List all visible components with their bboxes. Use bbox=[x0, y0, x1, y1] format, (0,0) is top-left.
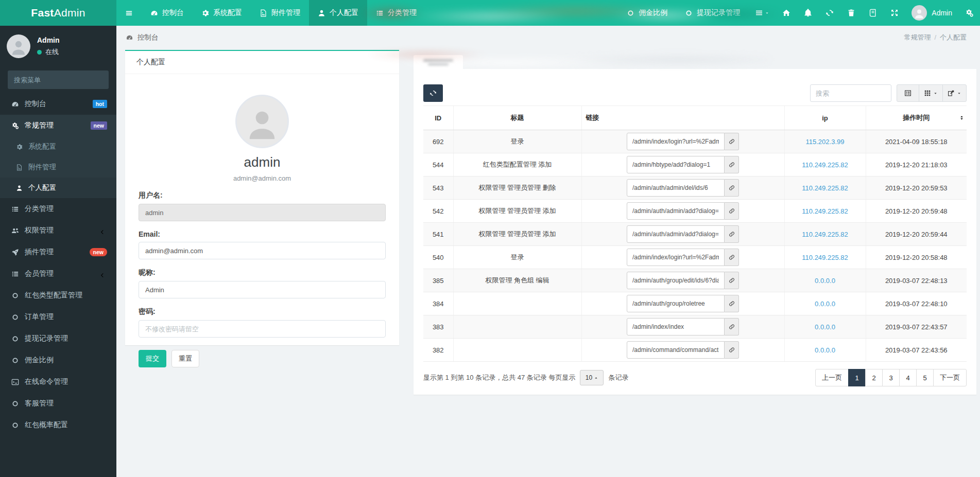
ip-link[interactable]: 110.249.225.82 bbox=[802, 184, 848, 192]
sidebar-item-会员管理[interactable]: 会员管理 bbox=[0, 263, 116, 285]
next-page-button[interactable]: 下一页 bbox=[933, 369, 967, 386]
open-link-button[interactable] bbox=[725, 272, 739, 289]
link-url-input[interactable] bbox=[627, 249, 725, 266]
sort-icon[interactable] bbox=[959, 115, 965, 121]
columns-button[interactable] bbox=[919, 84, 943, 102]
ip-link[interactable]: 115.202.3.99 bbox=[806, 138, 845, 146]
ip-link[interactable]: 0.0.0.0 bbox=[815, 277, 835, 285]
nav-category[interactable]: 分类管理 bbox=[367, 0, 425, 26]
ip-link[interactable]: 110.249.225.82 bbox=[802, 254, 848, 261]
user-icon bbox=[318, 9, 325, 17]
open-link-button[interactable] bbox=[725, 202, 739, 220]
export-button[interactable] bbox=[942, 84, 967, 102]
sidebar-item-红包类型配置管理[interactable]: 红包类型配置管理 bbox=[0, 285, 116, 306]
page-button-4[interactable]: 4 bbox=[899, 369, 917, 386]
page-button-1[interactable]: 1 bbox=[848, 369, 866, 386]
circle-icon bbox=[11, 335, 20, 343]
link-url-input[interactable] bbox=[627, 133, 725, 150]
link-url-input[interactable] bbox=[627, 202, 725, 220]
prev-page-button[interactable]: 上一页 bbox=[815, 369, 849, 386]
reset-button[interactable]: 重置 bbox=[171, 350, 199, 367]
profile-card-title: 个人配置 bbox=[125, 51, 399, 74]
log-button[interactable] bbox=[862, 0, 884, 26]
ip-link[interactable]: 0.0.0.0 bbox=[815, 346, 835, 354]
nav-withdraw-log[interactable]: 提现记录管理 bbox=[676, 0, 749, 26]
settings-button[interactable] bbox=[958, 0, 980, 26]
terminal-icon bbox=[11, 378, 20, 386]
ip-link[interactable]: 110.249.225.82 bbox=[802, 231, 848, 238]
ip-link[interactable]: 110.249.225.82 bbox=[802, 161, 848, 169]
panel-tab[interactable] bbox=[414, 55, 463, 69]
fullscreen-button[interactable] bbox=[884, 0, 905, 26]
link-url-input[interactable] bbox=[627, 295, 725, 312]
nav-profile[interactable]: 个人配置 bbox=[309, 0, 367, 26]
sidebar-item-常规管理[interactable]: 常规管理new bbox=[0, 115, 116, 136]
ip-link[interactable]: 0.0.0.0 bbox=[815, 323, 835, 331]
ip-link[interactable]: 0.0.0.0 bbox=[815, 300, 835, 308]
notifications-button[interactable] bbox=[797, 0, 819, 26]
profile-avatar[interactable] bbox=[235, 95, 289, 148]
link-url-input[interactable] bbox=[627, 341, 725, 359]
column-header-操作时间[interactable]: 操作时间 bbox=[866, 106, 967, 130]
sidebar-item-附件管理[interactable]: 附件管理 bbox=[0, 157, 116, 178]
clear-cache-button[interactable] bbox=[840, 0, 862, 26]
open-link-button[interactable] bbox=[725, 133, 739, 150]
nav-dashboard[interactable]: 控制台 bbox=[142, 0, 193, 26]
badge-new: new bbox=[90, 248, 107, 257]
user-icon bbox=[15, 185, 23, 191]
sidebar-item-佣金比例[interactable]: 佣金比例 bbox=[0, 349, 116, 371]
page-size-dropdown[interactable]: 10 bbox=[580, 370, 604, 385]
tab-list-dropdown-button[interactable] bbox=[749, 0, 776, 26]
sidebar-item-订单管理[interactable]: 订单管理 bbox=[0, 306, 116, 328]
sidebar-group: 分类管理 bbox=[0, 198, 116, 220]
cell-title: 登录 bbox=[453, 246, 581, 269]
page-button-2[interactable]: 2 bbox=[865, 369, 883, 386]
link-url-input[interactable] bbox=[627, 225, 725, 243]
nav-attachment[interactable]: 附件管理 bbox=[251, 0, 309, 26]
nav-commission[interactable]: 佣金比例 bbox=[618, 0, 676, 26]
open-link-button[interactable] bbox=[725, 249, 739, 266]
nav-system-config[interactable]: 系统配置 bbox=[193, 0, 251, 26]
sidebar-item-提现记录管理[interactable]: 提现记录管理 bbox=[0, 328, 116, 349]
refresh-button[interactable] bbox=[819, 0, 840, 26]
sidebar-item-客服管理[interactable]: 客服管理 bbox=[0, 393, 116, 414]
link-url-input[interactable] bbox=[627, 318, 725, 335]
link-url-input[interactable] bbox=[627, 179, 725, 197]
sidebar-item-个人配置[interactable]: 个人配置 bbox=[0, 178, 116, 198]
sidebar-item-控制台[interactable]: 控制台hot bbox=[0, 93, 116, 115]
sidebar-item-在线命令管理[interactable]: 在线命令管理 bbox=[0, 371, 116, 393]
sidebar-item-红包概率配置[interactable]: 红包概率配置 bbox=[0, 414, 116, 436]
sidebar: Admin 在线 控制台hot常规管理new系统配置附件管理个人配置分类管理权限… bbox=[0, 26, 116, 477]
ip-link[interactable]: 110.249.225.82 bbox=[802, 207, 848, 215]
nickname-field[interactable] bbox=[139, 281, 386, 298]
open-link-button[interactable] bbox=[725, 295, 739, 312]
open-link-button[interactable] bbox=[725, 156, 739, 173]
open-link-button[interactable] bbox=[725, 179, 739, 197]
table-row: 541权限管理 管理员管理 添加110.249.225.822019-12-20… bbox=[423, 223, 967, 246]
sidebar-item-系统配置[interactable]: 系统配置 bbox=[0, 136, 116, 157]
brand-logo[interactable]: FastAdmin bbox=[0, 0, 116, 26]
sidebar-item-分类管理[interactable]: 分类管理 bbox=[0, 198, 116, 220]
link-url-input[interactable] bbox=[627, 156, 725, 173]
submit-button[interactable]: 提交 bbox=[139, 350, 166, 367]
menu-search-input[interactable] bbox=[8, 76, 111, 84]
table-search-input[interactable] bbox=[810, 84, 891, 102]
sidebar-item-插件管理[interactable]: 插件管理new bbox=[0, 241, 116, 263]
link-url-input[interactable] bbox=[627, 272, 725, 289]
password-field[interactable] bbox=[139, 320, 386, 338]
tab-console[interactable]: 控制台 bbox=[126, 33, 159, 42]
open-link-button[interactable] bbox=[725, 318, 739, 335]
refresh-button[interactable] bbox=[423, 84, 443, 102]
home-button[interactable] bbox=[776, 0, 797, 26]
sidebar-item-权限管理[interactable]: 权限管理 bbox=[0, 220, 116, 241]
page-button-5[interactable]: 5 bbox=[916, 369, 934, 386]
user-menu[interactable]: Admin bbox=[905, 0, 958, 26]
open-link-button[interactable] bbox=[725, 225, 739, 243]
open-link-button[interactable] bbox=[725, 341, 739, 359]
toggle-view-button[interactable] bbox=[897, 84, 919, 102]
page-button-3[interactable]: 3 bbox=[882, 369, 900, 386]
gauge-icon bbox=[150, 9, 158, 17]
email-field[interactable] bbox=[139, 242, 386, 259]
sidebar-toggle[interactable] bbox=[116, 0, 142, 26]
sidebar-item-label: 常规管理 bbox=[25, 121, 54, 130]
